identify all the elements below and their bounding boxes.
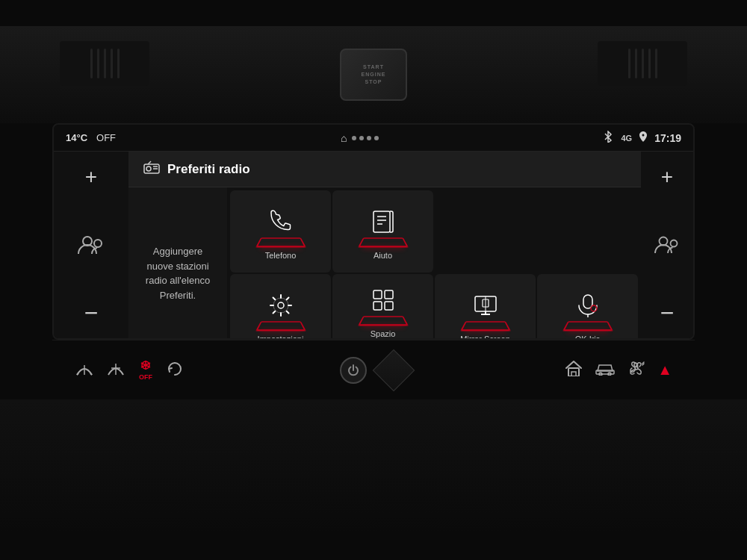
aiuto-label: Aiuto [374, 250, 392, 261]
mirror-screen-label: Mirror Screen [460, 334, 510, 340]
car-nav-button[interactable] [595, 361, 616, 380]
impostazioni-label: Impostazioni [258, 334, 304, 340]
location-icon [639, 131, 647, 144]
car-bottom-area [0, 399, 747, 534]
spazio-platform [361, 315, 406, 326]
off-status: OFF [96, 132, 116, 143]
ac-icon [137, 360, 154, 373]
svg-point-3 [146, 167, 151, 171]
svg-point-1 [94, 240, 102, 247]
status-bar: 14°C OFF ⌂ 4G [54, 125, 693, 152]
left-plus-button[interactable]: + [72, 162, 110, 192]
right-plus-icon: + [661, 167, 673, 187]
diamond-center-button[interactable] [373, 349, 415, 391]
aiuto-platform [361, 237, 406, 247]
rear-wiper-button[interactable] [75, 360, 94, 380]
network-icon: 4G [621, 134, 632, 143]
radio-favorites-header: Preferiti radio [128, 152, 641, 187]
svg-point-24 [660, 237, 668, 246]
nav-dot-1 [352, 136, 356, 140]
microphone-icon [576, 293, 600, 317]
left-minus-button[interactable]: − [72, 298, 110, 328]
telefono-icon-platform [255, 202, 307, 247]
ok-iris-app-tile[interactable]: OK Iris [537, 274, 638, 340]
infotainment-screen: 14°C OFF ⌂ 4G [52, 123, 695, 340]
right-control-group: ▲ [565, 360, 672, 381]
mirror-icon-platform [459, 286, 512, 331]
center-panel: Preferiti radio Aggiungere nuove stazion… [128, 152, 641, 338]
left-control-group: OFF [75, 360, 184, 381]
svg-rect-15 [385, 302, 393, 310]
apps-grid: Telefono [227, 187, 641, 340]
svg-rect-12 [374, 290, 382, 299]
telefono-label: Telefono [265, 250, 297, 261]
apps-top-row: Telefono [230, 190, 638, 273]
svg-point-25 [671, 240, 678, 247]
ac-off-button[interactable]: OFF [137, 360, 154, 381]
status-center: ⌂ [341, 132, 378, 144]
left-vent [60, 41, 149, 86]
radio-content-area: Aggiungere nuove stazioni radio all'elen… [128, 187, 641, 340]
nav-dot-4 [374, 136, 379, 140]
nav-dots [352, 136, 379, 140]
spazio-icon-platform [357, 281, 409, 326]
temperature-display: 14°C [66, 132, 87, 143]
hazard-button[interactable]: ▲ [657, 361, 672, 379]
right-minus-button[interactable]: − [648, 298, 686, 328]
mirror-platform [463, 320, 508, 331]
sidebar-right: + − [641, 152, 693, 338]
bluetooth-icon [603, 131, 613, 145]
user-profile-button[interactable] [72, 230, 110, 260]
spazio-label: Spazio applicazioni [362, 329, 404, 340]
radio-description-area: Aggiungere nuove stazioni radio all'elen… [128, 187, 227, 340]
right-user-profile-button[interactable] [648, 230, 686, 260]
right-minus-icon: − [660, 301, 675, 325]
spazio-app-tile[interactable]: Spazio applicazioni [332, 274, 433, 340]
bottom-controls-bar: OFF [52, 340, 695, 399]
fan-button[interactable] [627, 360, 645, 381]
right-user-icon [654, 235, 681, 255]
status-right: 4G 17:19 [603, 131, 681, 145]
svg-point-11 [278, 302, 284, 308]
status-left: 14°C OFF [66, 132, 116, 143]
front-wiper-button[interactable] [106, 360, 125, 380]
aiuto-icon-platform [357, 202, 409, 247]
car-top-area: STARTENGINESTOP [0, 26, 747, 123]
svg-rect-14 [374, 302, 382, 310]
radio-icon [143, 161, 160, 178]
right-vent [598, 41, 687, 86]
grid-icon [371, 288, 395, 312]
impostazioni-app-tile[interactable]: Impostazioni [230, 274, 331, 340]
user-icon [77, 234, 105, 255]
power-button[interactable] [340, 357, 367, 384]
svg-line-27 [90, 373, 92, 375]
apps-bottom-row: Impostazioni [230, 274, 638, 340]
right-plus-button[interactable]: + [648, 162, 686, 192]
engine-start-stop-button[interactable]: STARTENGINESTOP [340, 49, 407, 101]
mirror-screen-app-tile[interactable]: Mirror Screen [435, 274, 536, 340]
clock-display: 17:19 [654, 132, 681, 144]
impostazioni-icon-platform [255, 286, 307, 331]
nav-dot-2 [359, 136, 364, 140]
center-control-group [340, 355, 409, 385]
home-indicator: ⌂ [341, 132, 347, 144]
svg-line-26 [77, 373, 78, 375]
iris-platform [565, 320, 610, 331]
home-nav-button[interactable] [565, 360, 583, 381]
phone-icon [268, 209, 294, 234]
recirculation-button[interactable] [166, 360, 184, 380]
aiuto-app-tile[interactable]: Aiuto [332, 190, 433, 273]
gear-icon [269, 293, 293, 317]
plus-icon: + [85, 167, 97, 187]
impostazioni-platform [258, 320, 303, 331]
telefono-app-tile[interactable]: Telefono [230, 190, 331, 273]
svg-rect-7 [374, 211, 390, 232]
minus-icon: − [84, 301, 99, 325]
iris-icon-platform [562, 286, 614, 331]
radio-panel-title: Preferiti radio [167, 162, 250, 177]
radio-description-text: Aggiungere nuove stazioni radio all'elen… [143, 244, 212, 302]
mirror-screen-icon [474, 293, 498, 317]
sidebar-left: + − [54, 152, 128, 338]
book-icon [371, 209, 396, 234]
nav-dot-3 [367, 136, 371, 140]
